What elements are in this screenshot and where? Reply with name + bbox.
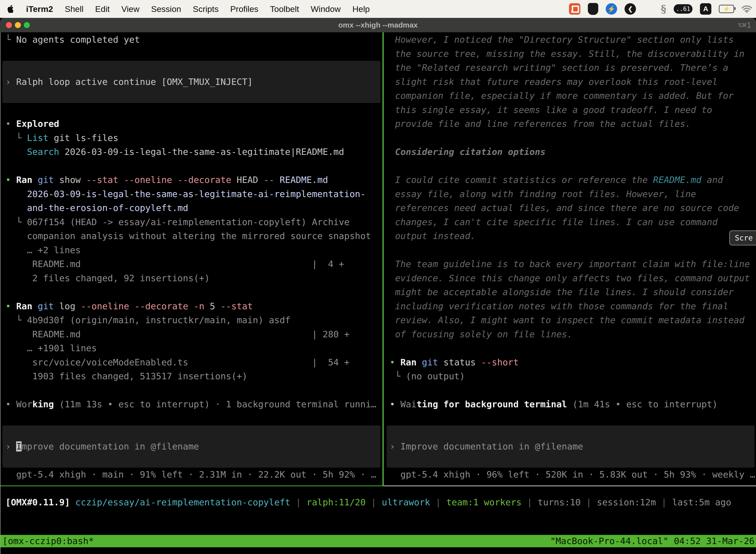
battery-icon[interactable]: ⚡: [719, 5, 734, 13]
text-segment: [172, 175, 178, 185]
chat-app-icon[interactable]: [569, 3, 580, 15]
text-segment: |: [430, 497, 446, 507]
text-segment: team:1 workers: [446, 497, 521, 507]
text-segment: turns:10: [538, 497, 581, 507]
apple-menu-icon[interactable]: [7, 5, 14, 13]
text-segment: No agents completed yet: [16, 35, 140, 45]
text-segment: git: [422, 357, 438, 367]
terminal-content: └ No agents completed yet› Ralph loop ac…: [0, 32, 756, 554]
text-segment: git: [38, 175, 54, 185]
terminal-line: However, I noticed the "Directory Struct…: [390, 33, 756, 47]
pane-divider[interactable]: [382, 32, 384, 486]
text-segment: •: [390, 357, 400, 367]
text-segment: ting for background terminal: [417, 399, 567, 409]
right-agent-pane[interactable]: However, I noticed the "Directory Struct…: [384, 33, 756, 482]
terminal-line: [5, 426, 382, 440]
terminal-line: The team guideline is to back every impo…: [390, 257, 756, 271]
menu-item-window[interactable]: Window: [311, 4, 341, 14]
terminal-line: review. Also, I might want to inspect th…: [390, 313, 756, 327]
window-title-bar[interactable]: omx --xhigh --madmax ⌥⌘1: [0, 18, 756, 32]
squiggle-icon[interactable]: §: [661, 3, 666, 15]
terminal-line: └ 067f154 (HEAD -> essay/ai-reimplementa…: [5, 215, 382, 229]
menu-item-edit[interactable]: Edit: [95, 4, 110, 14]
window-shortcut-hint: ⌥⌘1: [738, 21, 751, 30]
text-segment: last:5m ago: [672, 497, 731, 507]
badge-61-icon[interactable]: ..61: [674, 4, 693, 14]
keyboard-layout-icon[interactable]: A: [700, 3, 711, 15]
text-segment: •: [5, 175, 16, 185]
terminal-line: references need actual files, and since …: [390, 201, 756, 215]
text-segment: king: [32, 399, 54, 409]
text-segment: |: [581, 497, 597, 507]
text-segment: --decorate: [134, 301, 188, 311]
menu-item-profiles[interactable]: Profiles: [230, 4, 258, 14]
terminal-line: might be acceptable alongside the file l…: [390, 285, 756, 299]
text-segment: gpt-5.4 xhigh · 96% left · 520K in · 5.8…: [390, 469, 755, 480]
menu-item-scripts[interactable]: Scripts: [193, 4, 218, 14]
left-agent-pane[interactable]: └ No agents completed yet› Ralph loop ac…: [0, 33, 382, 482]
terminal-line: └ List git ls-files: [5, 131, 382, 145]
terminal-line: and-the-erosion-of-copyleft.md: [5, 201, 382, 215]
text-segment: the "Related research writing" section i…: [390, 63, 728, 73]
text-segment: Ran: [16, 301, 32, 311]
terminal-line: 2 files changed, 92 insertions(+): [5, 271, 382, 285]
terminal-line: └ No agents completed yet: [5, 33, 382, 47]
text-segment: Ran: [400, 357, 417, 367]
text-segment: [188, 301, 194, 311]
wifi-icon[interactable]: [742, 5, 752, 13]
text-segment: └: [5, 217, 27, 227]
text-segment: [417, 357, 422, 367]
text-segment: Ralph loop active continue [OMX_TMUX_INJ…: [16, 77, 253, 87]
terminal-line: this single essay, it seems like a good …: [390, 103, 756, 117]
text-segment: provide file and line references from th…: [390, 119, 691, 129]
text-segment: |: [522, 497, 538, 507]
text-segment: companion file, especially if more comme…: [390, 91, 734, 101]
text-segment: mprove documentation in @filename: [21, 441, 199, 451]
text-segment: └: [5, 315, 27, 325]
menu-bar: iTerm2 Shell Edit View Session Scripts P…: [0, 0, 756, 18]
menu-item-view[interactable]: View: [121, 4, 139, 14]
text-segment: ultrawork: [382, 497, 430, 507]
screen-tooltip: Scre: [729, 230, 756, 245]
shield-grid-icon[interactable]: [588, 3, 598, 15]
text-segment: output instead.: [390, 231, 476, 241]
text-segment: [118, 175, 124, 185]
text-segment: However, I noticed the "Directory Struct…: [390, 35, 734, 45]
terminal-line: companion file, especially if more comme…: [390, 89, 756, 103]
text-segment: [32, 175, 38, 185]
text-segment: README.md: [653, 175, 701, 185]
text-segment: --short: [481, 357, 519, 367]
text-segment: ›: [5, 441, 16, 451]
terminal-line: including verification notes with those …: [390, 299, 756, 314]
text-segment: [OMX#0.11.9]: [5, 497, 70, 507]
terminal-line: evidence. Since this change only affects…: [390, 271, 756, 285]
text-segment: --: [263, 175, 274, 185]
menu-item-iterm2[interactable]: iTerm2: [26, 4, 53, 14]
text-segment: this single essay, it seems like a good …: [390, 105, 712, 115]
text-segment: Considering citation options: [390, 147, 546, 157]
terminal-line: essay file, along with finding root file…: [390, 187, 756, 201]
tmux-session-name[interactable]: [omx-cczip0:bash*: [2, 535, 94, 547]
text-segment: (no output): [406, 371, 465, 381]
text-segment: README.md: [280, 175, 328, 185]
terminal-line: Considering citation options: [390, 145, 756, 159]
menu-item-shell[interactable]: Shell: [65, 4, 83, 14]
text-segment: Wai: [400, 399, 417, 409]
terminal-line: [5, 61, 382, 75]
terminal-line: [5, 47, 382, 61]
text-segment: ›: [5, 77, 16, 87]
text-segment: … +1901 lines: [5, 343, 97, 353]
loom-icon[interactable]: ❮: [625, 3, 636, 15]
dots-grid-icon[interactable]: [643, 4, 653, 14]
messenger-icon[interactable]: ⚡: [606, 3, 617, 15]
menu-item-session[interactable]: Session: [151, 4, 181, 14]
text-segment: --stat: [86, 175, 118, 185]
terminal-line: the source tree, missing the essay. Stil…: [390, 47, 756, 61]
text-segment: [274, 175, 280, 185]
text-segment: git: [38, 301, 54, 311]
menu-status-icons: ⚡ ❮ § ..61 A ⚡: [569, 3, 756, 15]
menu-item-help[interactable]: Help: [353, 4, 370, 14]
menu-item-toolbelt[interactable]: Toolbelt: [270, 4, 299, 14]
terminal-line: gpt-5.4 xhigh · main · 91% left · 2.31M …: [5, 467, 382, 482]
tmux-host-clock: "MacBook-Pro-44.local" 04:52 31-Mar-26: [550, 535, 755, 547]
